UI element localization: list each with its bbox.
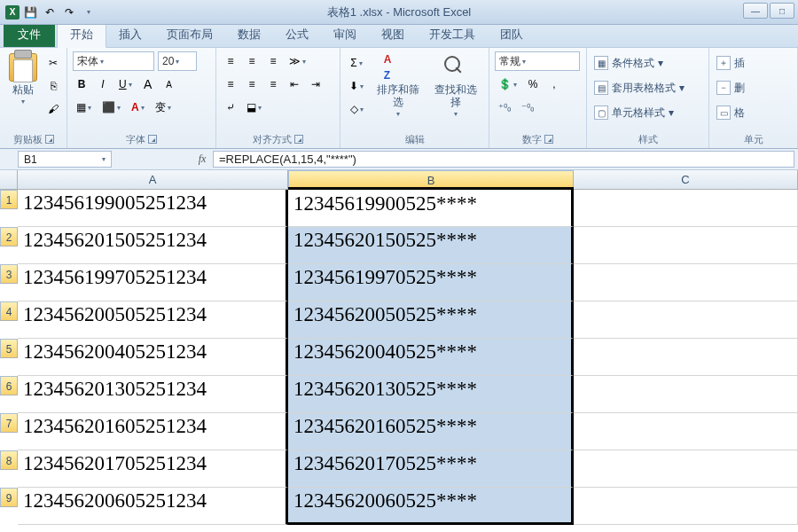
cell[interactable]: 12345620130525****	[288, 376, 574, 413]
cell[interactable]: 123456199005251234	[18, 190, 288, 227]
cell[interactable]: 12345620170525****	[288, 450, 574, 488]
tab-team[interactable]: 团队	[488, 22, 536, 47]
tab-page-layout[interactable]: 页面布局	[154, 22, 225, 47]
copy-button[interactable]: ⎘	[44, 76, 62, 96]
cell[interactable]: 123456201305251234	[18, 376, 288, 413]
autosum-button[interactable]: Σ	[346, 53, 367, 73]
row-header[interactable]: 6	[0, 376, 18, 395]
number-dialog-launcher[interactable]	[544, 135, 553, 144]
percent-button[interactable]: %	[524, 74, 542, 94]
cell[interactable]	[574, 339, 798, 376]
clear-button[interactable]: ◇	[346, 99, 367, 119]
row-header[interactable]: 8	[0, 450, 18, 470]
insert-cells-button[interactable]: ＋插	[715, 53, 792, 73]
orientation-button[interactable]: ≫	[286, 51, 309, 71]
cell[interactable]: 123456199705251234	[18, 264, 288, 301]
maximize-button[interactable]: □	[770, 3, 794, 19]
increase-indent-button[interactable]: ⇥	[307, 74, 325, 94]
wrap-text-button[interactable]: ⤶	[222, 98, 239, 117]
grow-font-button[interactable]: A	[139, 74, 157, 94]
cell[interactable]: 12345619970525****	[288, 264, 574, 301]
clipboard-dialog-launcher[interactable]	[45, 135, 54, 144]
row-header[interactable]: 4	[0, 301, 18, 321]
format-cells-button[interactable]: ▭格	[715, 103, 792, 122]
cell[interactable]: 12345620050525****	[288, 301, 574, 339]
merge-center-button[interactable]: ⬓	[243, 98, 265, 117]
italic-button[interactable]: I	[94, 74, 112, 94]
cell[interactable]: 12345620160525****	[288, 413, 574, 450]
tab-formulas[interactable]: 公式	[273, 22, 321, 47]
underline-button[interactable]: U	[115, 74, 136, 94]
align-bottom-button[interactable]: ≡	[264, 51, 282, 71]
paste-button[interactable]: 粘贴 ▾	[5, 51, 41, 126]
row-header[interactable]: 9	[0, 488, 18, 507]
cell[interactable]	[574, 450, 798, 488]
select-all-corner[interactable]	[0, 170, 18, 189]
save-icon[interactable]: 💾	[23, 5, 37, 20]
minimize-button[interactable]: —	[743, 3, 768, 19]
align-top-button[interactable]: ≡	[222, 51, 239, 71]
bold-button[interactable]: B	[73, 74, 90, 94]
cell[interactable]: 123456201605251234	[18, 413, 288, 450]
currency-button[interactable]: 💲	[495, 74, 520, 94]
cell[interactable]: 123456201505251234	[18, 227, 288, 264]
cell[interactable]: 123456200605251234	[18, 488, 288, 525]
row-header[interactable]: 5	[0, 339, 18, 358]
cell[interactable]	[574, 376, 798, 413]
cell[interactable]	[574, 301, 798, 339]
cell[interactable]	[574, 227, 798, 264]
name-box[interactable]: B1▾	[18, 151, 112, 168]
cell[interactable]: 12345620040525****	[288, 339, 574, 376]
formula-input[interactable]: =REPLACE(A1,15,4,"****")	[213, 151, 794, 168]
qat-more-icon[interactable]: ▾	[82, 5, 96, 20]
file-tab[interactable]: 文件	[4, 22, 55, 47]
col-header-C[interactable]: C	[574, 170, 798, 189]
decrease-decimal-button[interactable]: ⁻⁰₀	[518, 98, 537, 117]
row-header[interactable]: 1	[0, 190, 18, 209]
undo-icon[interactable]: ↶	[43, 5, 57, 20]
align-middle-button[interactable]: ≡	[243, 51, 261, 71]
cell[interactable]: 12345619900525****	[288, 187, 574, 227]
increase-decimal-button[interactable]: ⁺⁰₀	[495, 98, 514, 117]
tab-data[interactable]: 数据	[225, 22, 273, 47]
fill-button[interactable]: ⬇	[346, 76, 367, 96]
cell[interactable]: 123456200505251234	[18, 301, 288, 339]
align-right-button[interactable]: ≡	[264, 74, 282, 94]
conditional-format-button[interactable]: ▦条件格式 ▾	[592, 53, 703, 73]
redo-icon[interactable]: ↷	[62, 5, 76, 20]
font-color-button[interactable]: A	[128, 98, 148, 117]
border-button[interactable]: ▦	[73, 98, 95, 117]
cell[interactable]: 12345620060525****	[288, 488, 574, 525]
cell[interactable]	[574, 488, 798, 525]
tab-view[interactable]: 视图	[369, 22, 417, 47]
row-header[interactable]: 3	[0, 264, 18, 284]
cut-button[interactable]: ✂	[44, 53, 62, 73]
font-name-select[interactable]: 宋体	[73, 51, 154, 71]
row-header[interactable]: 2	[0, 227, 18, 246]
fill-color-button[interactable]: ⬛	[98, 98, 124, 117]
format-as-table-button[interactable]: ▤套用表格格式 ▾	[592, 78, 703, 98]
cell[interactable]	[574, 413, 798, 450]
tab-review[interactable]: 审阅	[321, 22, 369, 47]
fx-icon[interactable]: fx	[192, 149, 213, 169]
phonetic-button[interactable]: 变	[152, 98, 175, 117]
align-center-button[interactable]: ≡	[243, 74, 261, 94]
cell[interactable]	[574, 264, 798, 301]
find-select-button[interactable]: 查找和选择 ▾	[429, 51, 484, 126]
shrink-font-button[interactable]: A	[160, 74, 178, 94]
delete-cells-button[interactable]: －删	[715, 78, 792, 98]
cell[interactable]	[574, 190, 798, 227]
tab-insert[interactable]: 插入	[106, 22, 154, 47]
format-painter-button[interactable]: 🖌	[44, 99, 62, 119]
cell[interactable]: 12345620150525****	[288, 227, 574, 264]
align-left-button[interactable]: ≡	[222, 74, 239, 94]
sort-filter-button[interactable]: 排序和筛选 ▾	[371, 51, 426, 126]
col-header-A[interactable]: A	[18, 170, 288, 189]
cell[interactable]: 123456200405251234	[18, 339, 288, 376]
alignment-dialog-launcher[interactable]	[294, 135, 303, 144]
number-format-select[interactable]: 常规	[495, 51, 580, 71]
tab-developer[interactable]: 开发工具	[417, 22, 488, 47]
tab-home[interactable]: 开始	[57, 21, 106, 48]
decrease-indent-button[interactable]: ⇤	[286, 74, 303, 94]
cell-styles-button[interactable]: ▢单元格样式 ▾	[592, 103, 703, 122]
